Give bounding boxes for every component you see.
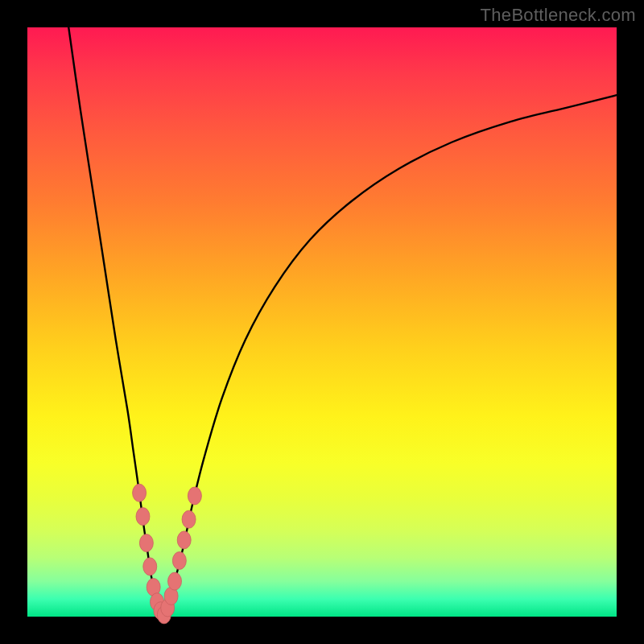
- data-marker: [139, 535, 153, 552]
- chart-frame: TheBottleneck.com: [0, 0, 644, 644]
- bottleneck-curve-svg: [27, 27, 617, 617]
- data-marker: [143, 558, 157, 576]
- data-marker: [182, 510, 196, 528]
- curve-right-branch: [163, 95, 617, 617]
- data-marker: [168, 572, 182, 590]
- data-marker: [188, 487, 201, 505]
- data-marker: [177, 531, 191, 549]
- curve-left-branch: [68, 27, 163, 617]
- data-markers-group: [133, 484, 202, 624]
- plot-area: [27, 27, 617, 617]
- data-marker: [172, 551, 186, 569]
- data-marker: [133, 484, 147, 502]
- watermark-text: TheBottleneck.com: [481, 5, 636, 26]
- data-marker: [136, 508, 150, 526]
